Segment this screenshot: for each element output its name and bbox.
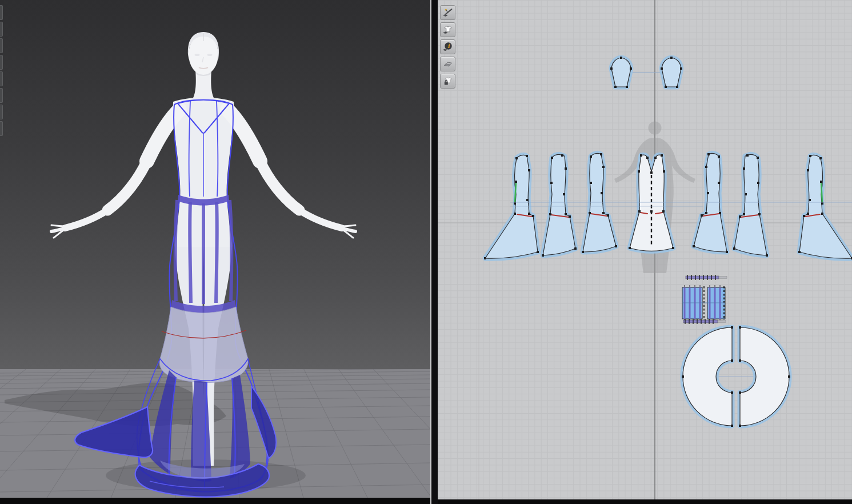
3d-scene [0, 0, 430, 498]
piece-gore-panel-3[interactable] [582, 153, 617, 253]
2d-pattern-editor[interactable]: i [438, 0, 852, 499]
piece-waistband-strip-top[interactable] [686, 275, 727, 280]
piece-gore-panel-6[interactable] [733, 154, 768, 257]
lock-garment-button[interactable] [440, 74, 455, 89]
show-fabric-texture-button[interactable] [440, 57, 455, 71]
2d-display-toolbar: i [440, 5, 455, 91]
shirt-eye-icon [443, 25, 453, 35]
2d-pattern-canvas[interactable] [438, 0, 852, 499]
piece-gore-panel-5[interactable] [693, 153, 728, 253]
shirt-lock-icon [443, 76, 453, 86]
piece-gore-panel-2[interactable] [542, 154, 577, 257]
edge-toolbar-button[interactable] [0, 71, 3, 86]
edge-toolbar-button[interactable] [0, 5, 3, 20]
piece-sleeve-cap-right[interactable] [661, 57, 682, 88]
piece-gore-panel-7[interactable] [798, 155, 852, 259]
edge-toolbar-button[interactable] [0, 22, 3, 37]
avatar-right-arm [227, 110, 355, 238]
3d-viewport[interactable] [0, 0, 430, 498]
piece-sleeve-cap-left[interactable] [610, 57, 632, 88]
avatar-left-arm [51, 110, 179, 238]
edge-toolbar-button[interactable] [0, 121, 3, 136]
info-eye-icon: i [443, 42, 453, 52]
show-pins-button[interactable] [440, 5, 455, 20]
edge-toolbar-button[interactable] [0, 88, 3, 103]
edge-toolbar-button[interactable] [0, 38, 3, 53]
fabric-icon [443, 59, 453, 69]
show-garment-button[interactable] [440, 22, 455, 37]
panel-divider[interactable] [430, 0, 438, 504]
edge-toolbar-button[interactable] [0, 105, 3, 119]
pin-eye-icon [443, 7, 453, 18]
piece-gore-panel-1[interactable] [484, 155, 539, 259]
edge-toolbar-button[interactable] [0, 55, 3, 70]
show-information-button[interactable]: i [440, 39, 455, 54]
